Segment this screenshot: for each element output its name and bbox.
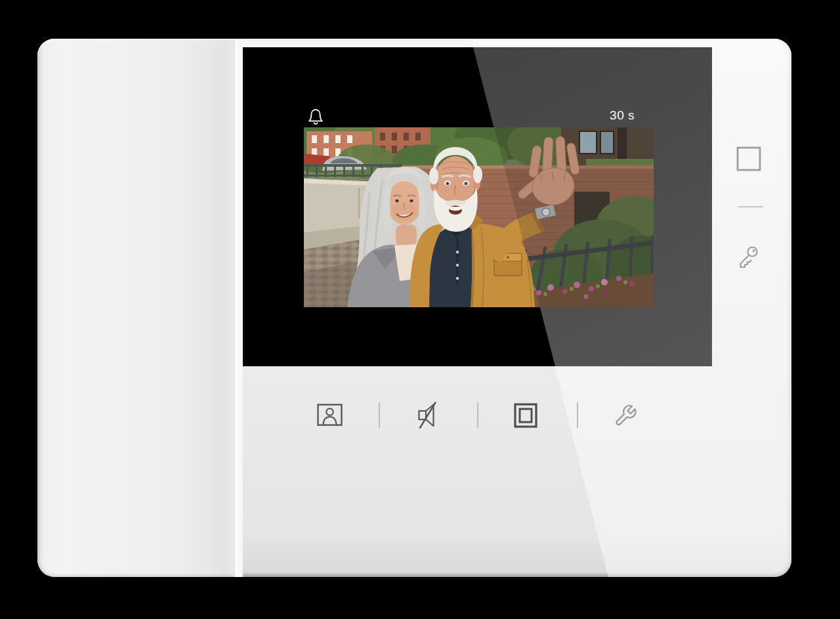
intercom-device: 30 s [37,39,791,577]
side-panel-divider [738,206,763,207]
bottom-divider [379,402,380,428]
camera-video-feed [304,127,654,307]
intercom-call-button[interactable] [317,404,343,426]
speaker-panel [37,39,235,577]
portrait-icon [317,404,343,426]
display-select-button[interactable] [514,403,537,428]
mute-button[interactable] [417,401,437,429]
settings-button[interactable] [614,404,638,428]
display-button[interactable] [736,146,761,171]
page-background: { "device": { "type": "video-door-interc… [0,0,840,619]
panel-seam [235,39,243,577]
doorbell-bell-icon [307,108,324,126]
call-timer: 30 s [610,108,635,123]
square-in-square-icon [514,403,537,428]
screen-glass: 30 s [243,47,712,366]
square-icon [736,146,761,171]
door-open-button[interactable] [737,245,761,270]
key-icon [737,245,761,270]
speaker-muted-icon [417,401,437,429]
wrench-icon [614,404,638,428]
bottom-divider [577,402,578,428]
bottom-divider [477,402,478,428]
